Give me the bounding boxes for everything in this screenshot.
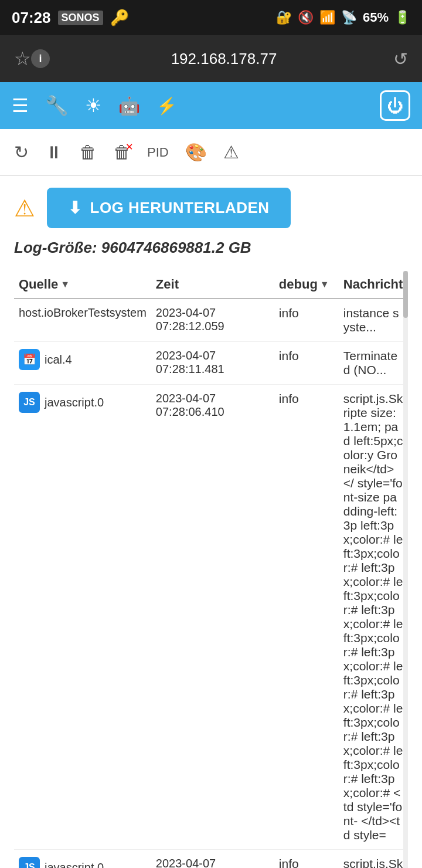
pause-icon[interactable]: ⏸ xyxy=(45,143,63,162)
face-icon[interactable]: 🤖 xyxy=(118,96,140,116)
cell-time: 2023-04-07 07:28:11.481 xyxy=(151,342,274,385)
reload-icon[interactable]: ↻ xyxy=(14,142,29,162)
sonos-icon: SONOS xyxy=(58,11,103,25)
js-icon: JS xyxy=(19,857,40,868)
log-toolbar: ↻ ⏸ 🗑 🗑✕ PID 🎨 ⚠ xyxy=(0,129,422,176)
power-icon: ⏻ xyxy=(387,96,403,116)
cell-time: 2023-04-07 07:28:06.410 xyxy=(151,385,274,850)
action-row: ⚠ ⬇ LOG HERUNTERLADEN xyxy=(14,188,408,228)
cast-disabled-icon[interactable]: ⚡ xyxy=(156,96,177,116)
cell-time: 2023-04-07 07:28:06.408 xyxy=(151,850,274,869)
cell-source: host.ioBrokerTestsystem xyxy=(14,299,151,342)
source-name: ical.4 xyxy=(45,353,72,367)
cell-level: info xyxy=(274,850,339,869)
cell-message: script.js.Skripte size:1.1em; pad left:5… xyxy=(339,385,408,850)
table-row[interactable]: JSjavascript.02023-04-07 07:28:06.408inf… xyxy=(14,850,408,869)
delete-filter-icon[interactable]: 🗑✕ xyxy=(113,143,131,162)
alert-circle-icon[interactable]: ⚠ xyxy=(223,142,239,162)
cell-source: JSjavascript.0 xyxy=(14,850,151,869)
scrollbar-track[interactable] xyxy=(403,271,408,868)
download-log-button[interactable]: ⬇ LOG HERUNTERLADEN xyxy=(47,188,291,228)
source-filter-arrow[interactable]: ▼ xyxy=(60,279,70,290)
wifi-icon: 📶 xyxy=(319,10,335,25)
cell-message: Terminated (NO... xyxy=(339,342,408,385)
level-filter-arrow[interactable]: ▼ xyxy=(320,279,329,290)
signal-icon: 📡 xyxy=(341,10,357,25)
col-header-message: Nachricht xyxy=(339,271,408,299)
log-table: Quelle ▼ Zeit debug ▼ Nachric xyxy=(14,271,408,868)
battery-level: 65% xyxy=(363,10,389,25)
warning-triangle-icon: ⚠ xyxy=(14,195,35,222)
hamburger-menu-icon[interactable]: ☰ xyxy=(12,94,29,117)
iobroker-nav: ☰ 🔧 ☀ 🤖 ⚡ ⏻ xyxy=(0,82,422,129)
scrollbar-thumb[interactable] xyxy=(403,271,408,318)
browser-bar: ☆ i 192.168.178.77 ↺ xyxy=(0,35,422,82)
wrench-icon[interactable]: 🔧 xyxy=(45,94,69,117)
cell-level: info xyxy=(274,385,339,850)
star-icon[interactable]: ☆ xyxy=(14,48,31,69)
status-time: 07:28 xyxy=(12,9,51,27)
info-letter: i xyxy=(39,53,42,65)
status-bar: 07:28 SONOS 🔑 🔐 🔇 📶 📡 65% 🔋 xyxy=(0,0,422,35)
main-content: ⚠ ⬇ LOG HERUNTERLADEN Log-Größe: 9604746… xyxy=(0,176,422,868)
pid-label[interactable]: PID xyxy=(147,145,169,160)
col-header-time: Zeit xyxy=(151,271,274,299)
js-icon: JS xyxy=(19,392,40,413)
source-name: host.ioBrokerTestsystem xyxy=(19,306,147,320)
table-header-row: Quelle ▼ Zeit debug ▼ Nachric xyxy=(14,271,408,299)
palette-icon[interactable]: 🎨 xyxy=(185,142,207,162)
ical-icon: 📅 xyxy=(19,349,40,370)
power-button[interactable]: ⏻ xyxy=(380,90,410,121)
cell-source: JSjavascript.0 xyxy=(14,385,151,850)
download-icon: ⬇ xyxy=(68,198,82,218)
table-row[interactable]: host.ioBrokerTestsystem2023-04-07 07:28:… xyxy=(14,299,408,342)
cell-level: info xyxy=(274,342,339,385)
brightness-icon[interactable]: ☀ xyxy=(85,94,102,117)
source-name: javascript.0 xyxy=(45,396,104,409)
key2-icon: 🔐 xyxy=(276,10,292,25)
log-size-label: Log-Größe: 9604746869881.2 GB xyxy=(14,239,408,257)
table-row[interactable]: JSjavascript.02023-04-07 07:28:06.410inf… xyxy=(14,385,408,850)
cell-message: script.js.Skripte... xyxy=(339,850,408,869)
refresh-browser-icon[interactable]: ↺ xyxy=(393,49,408,69)
site-info-icon[interactable]: i xyxy=(31,49,50,68)
cell-source: 📅ical.4 xyxy=(14,342,151,385)
url-bar[interactable]: 192.168.178.77 xyxy=(55,50,393,68)
table-row[interactable]: 📅ical.42023-04-07 07:28:11.481infoTermin… xyxy=(14,342,408,385)
cell-time: 2023-04-07 07:28:12.059 xyxy=(151,299,274,342)
col-header-level[interactable]: debug ▼ xyxy=(274,271,339,299)
download-btn-label: LOG HERUNTERLADEN xyxy=(90,199,270,217)
battery-icon: 🔋 xyxy=(394,10,410,25)
cell-message: instance syste... xyxy=(339,299,408,342)
col-header-source[interactable]: Quelle ▼ xyxy=(14,271,151,299)
cell-level: info xyxy=(274,299,339,342)
mute-icon: 🔇 xyxy=(298,10,314,25)
key-icon: 🔑 xyxy=(110,9,129,27)
source-name: javascript.0 xyxy=(45,861,104,869)
delete-log-icon[interactable]: 🗑 xyxy=(79,143,97,162)
